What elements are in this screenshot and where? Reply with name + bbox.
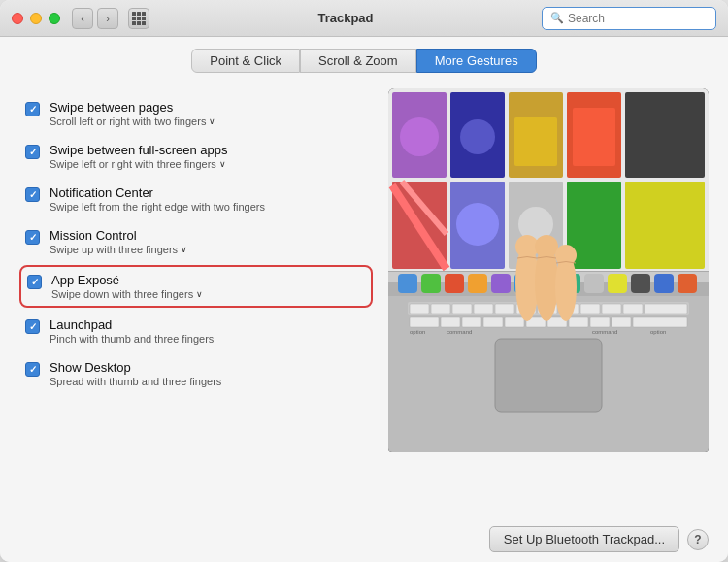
svg-text:option: option	[410, 329, 425, 335]
preview-image: option command command option	[388, 88, 709, 452]
help-button[interactable]: ?	[687, 529, 709, 550]
close-button[interactable]	[12, 13, 23, 24]
checkmark-icon: ✓	[29, 233, 37, 243]
svg-rect-40	[474, 304, 493, 314]
checkbox-app-expose[interactable]: ✓	[27, 275, 42, 289]
setting-title-notification-center: Notification Center	[50, 185, 265, 200]
setting-desc-show-desktop: Spread with thumb and three fingers	[50, 376, 221, 387]
svg-rect-56	[569, 317, 588, 327]
nav-buttons: ‹ ›	[72, 8, 149, 29]
checkmark-icon: ✓	[29, 190, 37, 200]
bluetooth-button[interactable]: Set Up Bluetooth Trackpad...	[489, 526, 679, 552]
grid-icon	[132, 12, 146, 25]
main-window: ‹ › Trackpad 🔍 Point & Click Scroll	[0, 0, 728, 562]
setting-title-app-expose: App Exposé	[51, 273, 203, 287]
setting-text-swipe-fullscreen: Swipe between full-screen apps Swipe lef…	[50, 143, 228, 170]
checkbox-swipe-pages[interactable]: ✓	[25, 102, 40, 116]
setting-launchpad: ✓ Launchpad Pinch with thumb and three f…	[19, 310, 373, 352]
svg-rect-34	[678, 274, 697, 293]
setting-mission-control: ✓ Mission Control Swipe up with three fi…	[19, 220, 373, 263]
forward-button[interactable]: ›	[97, 8, 118, 29]
setting-text-launchpad: Launchpad Pinch with thumb and three fin…	[50, 317, 214, 345]
setting-notification-center: ✓ Notification Center Swipe left from th…	[19, 178, 373, 220]
svg-rect-15	[625, 182, 705, 269]
svg-rect-39	[452, 304, 472, 314]
svg-rect-41	[495, 304, 514, 314]
checkmark-icon: ✓	[29, 148, 37, 157]
setting-text-app-expose: App Exposé Swipe down with three fingers…	[51, 273, 203, 300]
tab-more-gestures[interactable]: More Gestures	[416, 49, 537, 73]
setting-swipe-pages: ✓ Swipe between pages Scroll left or rig…	[19, 92, 373, 135]
setting-desc-launchpad: Pinch with thumb and three fingers	[50, 333, 214, 345]
setting-show-desktop: ✓ Show Desktop Spread with thumb and thr…	[19, 352, 373, 395]
tab-bar: Point & Click Scroll & Zoom More Gesture…	[0, 37, 728, 81]
checkmark-icon: ✓	[29, 105, 37, 115]
setting-desc-app-expose: Swipe down with three fingers ∨	[51, 288, 203, 300]
checkbox-notification-center[interactable]: ✓	[25, 187, 40, 202]
svg-rect-10	[573, 108, 615, 166]
search-input[interactable]	[568, 12, 708, 25]
svg-rect-48	[645, 304, 687, 314]
search-box[interactable]: 🔍	[542, 7, 716, 30]
svg-rect-59	[633, 317, 687, 327]
svg-text:command: command	[447, 329, 472, 335]
titlebar: ‹ › Trackpad 🔍	[0, 0, 728, 37]
svg-rect-38	[431, 304, 450, 314]
minimize-button[interactable]	[30, 13, 42, 24]
svg-rect-46	[602, 304, 621, 314]
checkbox-show-desktop[interactable]: ✓	[25, 362, 40, 377]
svg-rect-23	[421, 274, 441, 293]
preview-area: option command command option	[388, 88, 709, 516]
svg-rect-47	[623, 304, 643, 314]
settings-list: ✓ Swipe between pages Scroll left or rig…	[19, 88, 373, 516]
setting-title-swipe-fullscreen: Swipe between full-screen apps	[50, 143, 228, 157]
svg-rect-58	[612, 317, 631, 327]
forward-icon: ›	[106, 13, 110, 24]
grid-button[interactable]	[128, 8, 149, 29]
checkbox-mission-control[interactable]: ✓	[25, 230, 40, 245]
setting-text-swipe-pages: Swipe between pages Scroll left or right…	[50, 100, 215, 127]
setting-text-mission-control: Mission Control Swipe up with three fing…	[50, 228, 187, 255]
setting-swipe-fullscreen: ✓ Swipe between full-screen apps Swipe l…	[19, 135, 373, 178]
svg-rect-51	[462, 317, 481, 327]
svg-rect-6	[625, 92, 705, 178]
search-icon: 🔍	[550, 12, 564, 24]
maximize-button[interactable]	[49, 13, 60, 24]
dropdown-arrow-mission-control[interactable]: ∨	[181, 245, 187, 254]
setting-app-expose: ✓ App Exposé Swipe down with three finge…	[19, 265, 373, 308]
setting-desc-mission-control: Swipe up with three fingers ∨	[50, 244, 187, 255]
dropdown-arrow-swipe-fullscreen[interactable]: ∨	[219, 159, 226, 169]
tab-point-click[interactable]: Point & Click	[191, 49, 300, 73]
svg-rect-25	[468, 274, 487, 293]
svg-point-7	[400, 117, 439, 156]
checkmark-icon: ✓	[29, 365, 37, 375]
setting-desc-notification-center: Swipe left from the right edge with two …	[50, 201, 265, 213]
svg-rect-31	[608, 274, 627, 293]
svg-rect-32	[631, 274, 650, 293]
back-button[interactable]: ‹	[72, 8, 93, 29]
dropdown-arrow-swipe-pages[interactable]: ∨	[209, 116, 215, 126]
svg-rect-22	[398, 274, 417, 293]
setting-text-notification-center: Notification Center Swipe left from the …	[50, 185, 265, 213]
svg-rect-52	[483, 317, 503, 327]
svg-rect-9	[514, 117, 557, 166]
window-title: Trackpad	[149, 11, 542, 25]
svg-rect-57	[590, 317, 610, 327]
svg-rect-53	[505, 317, 524, 327]
svg-rect-26	[491, 274, 511, 293]
checkbox-swipe-fullscreen[interactable]: ✓	[25, 145, 40, 159]
tab-scroll-zoom[interactable]: Scroll & Zoom	[300, 49, 416, 73]
dropdown-arrow-app-expose[interactable]: ∨	[196, 289, 203, 299]
setting-desc-swipe-pages: Scroll left or right with two fingers ∨	[50, 116, 215, 127]
svg-rect-30	[584, 274, 604, 293]
checkmark-icon: ✓	[31, 278, 39, 287]
traffic-lights	[12, 13, 60, 24]
svg-rect-60	[495, 339, 602, 412]
setting-title-launchpad: Launchpad	[50, 317, 214, 332]
checkbox-launchpad[interactable]: ✓	[25, 319, 40, 334]
setting-desc-swipe-fullscreen: Swipe left or right with three fingers ∨	[50, 158, 228, 170]
back-icon: ‹	[81, 13, 84, 24]
svg-rect-33	[654, 274, 674, 293]
main-content: ✓ Swipe between pages Scroll left or rig…	[0, 81, 728, 516]
setting-title-show-desktop: Show Desktop	[50, 360, 221, 375]
